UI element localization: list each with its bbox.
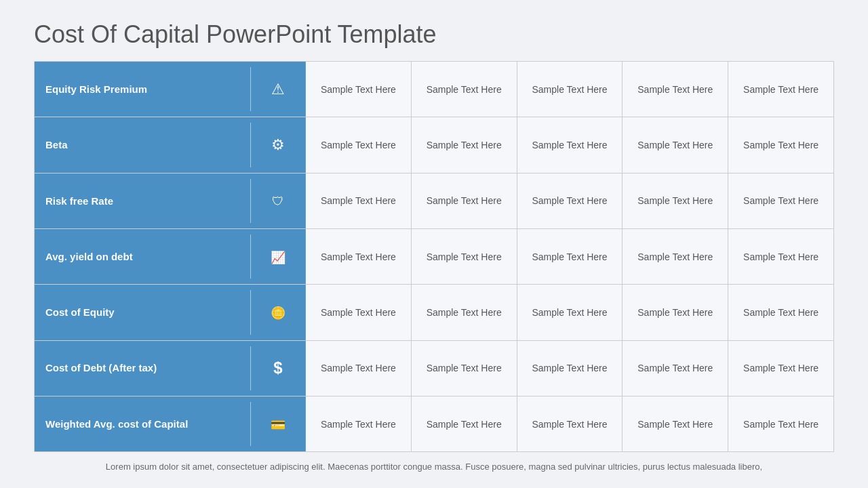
row-header-1: Beta — [35, 117, 306, 172]
row-label: Beta — [35, 131, 250, 159]
row-header-0: Equity Risk Premium — [35, 62, 306, 117]
cell-r5-c4: Sample Text Here — [728, 341, 833, 396]
cell-r4-c0: Sample Text Here — [306, 285, 412, 340]
cell-r6-c1: Sample Text Here — [412, 396, 517, 451]
cell-r1-c4: Sample Text Here — [728, 117, 833, 172]
footer-text: Lorem ipsum dolor sit amet, consectetuer… — [34, 460, 834, 474]
cell-r5-c2: Sample Text Here — [517, 341, 623, 396]
cell-r4-c3: Sample Text Here — [623, 285, 728, 340]
cell-r0-c3: Sample Text Here — [623, 62, 728, 117]
gear-icon — [251, 136, 305, 154]
shield-icon — [251, 192, 305, 209]
chart-icon — [251, 248, 305, 266]
cell-r3-c0: Sample Text Here — [306, 229, 412, 284]
cell-r2-c0: Sample Text Here — [306, 174, 412, 228]
row-label: Equity Risk Premium — [35, 76, 250, 103]
cell-r3-c3: Sample Text Here — [623, 229, 728, 284]
row-label: Weighted Avg. cost of Capital — [35, 411, 250, 438]
table-row: Cost of Debt (After tax)Sample Text Here… — [35, 341, 833, 396]
cell-r1-c2: Sample Text Here — [517, 117, 623, 172]
table-row: Avg. yield on debtSample Text HereSample… — [35, 229, 833, 285]
cell-r0-c0: Sample Text Here — [306, 62, 412, 117]
cell-r4-c2: Sample Text Here — [517, 285, 623, 340]
cell-r0-c4: Sample Text Here — [728, 62, 833, 117]
cell-r1-c0: Sample Text Here — [306, 117, 412, 172]
cell-r0-c2: Sample Text Here — [517, 62, 623, 117]
row-label: Risk free Rate — [35, 188, 250, 215]
table-row: Equity Risk PremiumSample Text HereSampl… — [35, 62, 833, 117]
cell-r2-c3: Sample Text Here — [623, 174, 728, 228]
warning-icon — [251, 81, 305, 98]
wallet-icon — [251, 415, 305, 433]
cell-r5-c3: Sample Text Here — [623, 341, 728, 396]
cell-r3-c2: Sample Text Here — [517, 229, 623, 284]
table-row: Risk free RateSample Text HereSample Tex… — [35, 174, 833, 229]
row-header-2: Risk free Rate — [35, 174, 306, 228]
cell-r2-c2: Sample Text Here — [517, 174, 623, 228]
row-label: Cost of Debt (After tax) — [35, 354, 250, 382]
cell-r1-c3: Sample Text Here — [623, 117, 728, 172]
row-header-3: Avg. yield on debt — [35, 229, 306, 284]
cell-r0-c1: Sample Text Here — [412, 62, 517, 117]
cell-r2-c4: Sample Text Here — [728, 174, 833, 228]
dollar-icon — [251, 359, 305, 378]
cell-r6-c0: Sample Text Here — [306, 396, 412, 451]
cell-r5-c1: Sample Text Here — [412, 341, 517, 396]
table-row: Cost of EquitySample Text HereSample Tex… — [35, 285, 833, 340]
cell-r5-c0: Sample Text Here — [306, 341, 412, 396]
main-table: Equity Risk PremiumSample Text HereSampl… — [34, 61, 834, 452]
cell-r1-c1: Sample Text Here — [412, 117, 517, 172]
row-header-6: Weighted Avg. cost of Capital — [35, 396, 306, 451]
table-row: BetaSample Text HereSample Text HereSamp… — [35, 117, 833, 173]
cell-r6-c4: Sample Text Here — [728, 396, 833, 451]
cell-r6-c3: Sample Text Here — [623, 396, 728, 451]
cell-r4-c1: Sample Text Here — [412, 285, 517, 340]
cell-r2-c1: Sample Text Here — [412, 174, 517, 228]
row-label: Avg. yield on debt — [35, 243, 250, 270]
coins-icon — [251, 304, 305, 321]
table-row: Weighted Avg. cost of CapitalSample Text… — [35, 396, 833, 451]
row-label: Cost of Equity — [35, 299, 250, 326]
row-header-4: Cost of Equity — [35, 285, 306, 340]
cell-r4-c4: Sample Text Here — [728, 285, 833, 340]
cell-r3-c4: Sample Text Here — [728, 229, 833, 284]
cell-r3-c1: Sample Text Here — [412, 229, 517, 284]
page-title: Cost Of Capital PowerPoint Template — [34, 20, 834, 49]
row-header-5: Cost of Debt (After tax) — [35, 341, 306, 396]
cell-r6-c2: Sample Text Here — [517, 396, 623, 451]
